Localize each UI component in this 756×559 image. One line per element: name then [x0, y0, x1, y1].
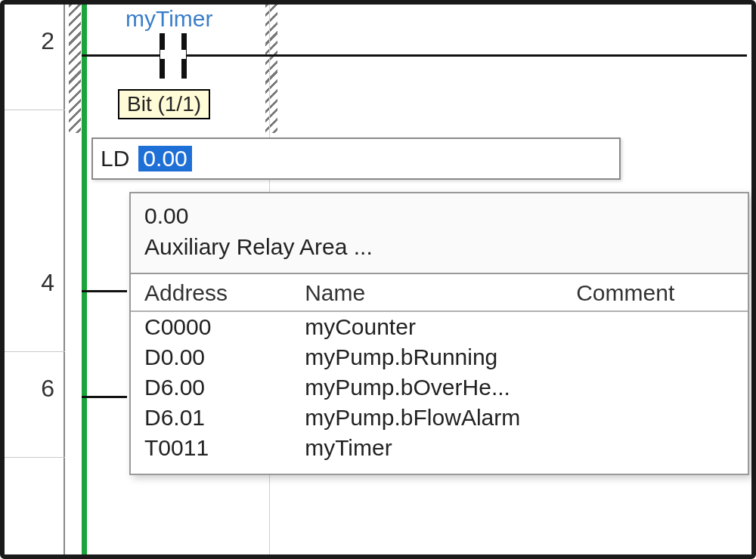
table-row[interactable]: C0000 myCounter: [131, 312, 748, 342]
bit-tooltip-text: Bit (1/1): [127, 92, 201, 116]
contact-gap: [160, 50, 186, 59]
table-row[interactable]: T0011 myTimer: [131, 433, 748, 463]
operand-input-row[interactable]: LD 0.00: [91, 137, 621, 180]
rung-number-gutter: 2 4 6: [5, 5, 65, 554]
cell-name: myPump.bFlowAlarm: [291, 403, 562, 433]
instruction-mnemonic: LD: [101, 146, 129, 171]
cell-comment: [562, 433, 748, 463]
column-header-address[interactable]: Address: [131, 274, 291, 311]
hatched-rail-mid: [265, 5, 277, 133]
column-header-name[interactable]: Name: [291, 274, 562, 311]
rung-wire: [82, 290, 127, 292]
address-suggestion-popup[interactable]: 0.00 Auxiliary Relay Area ... Address Na…: [129, 192, 749, 475]
bit-tooltip: Bit (1/1): [118, 89, 210, 119]
rung-number-label: 6: [41, 375, 54, 403]
table-row[interactable]: D6.01 myPump.bFlowAlarm: [131, 403, 748, 433]
cell-address: D0.00: [131, 342, 291, 372]
address-info-area: Auxiliary Relay Area ...: [144, 232, 734, 263]
contact-tag-label: myTimer: [125, 6, 213, 32]
rung-number: 4: [5, 246, 65, 352]
operand-value-selected[interactable]: 0.00: [138, 146, 191, 171]
rung-number: 2: [5, 5, 65, 110]
hatched-rail-left: [69, 5, 81, 133]
cell-address: D6.00: [131, 372, 291, 403]
cell-name: myCounter: [291, 312, 562, 342]
address-info-panel: 0.00 Auxiliary Relay Area ...: [131, 193, 748, 274]
cell-address: C0000: [131, 312, 291, 342]
column-header-comment[interactable]: Comment: [562, 274, 748, 311]
cell-name: myPump.bRunning: [291, 342, 562, 372]
cell-address: T0011: [131, 433, 291, 463]
address-info-address: 0.00: [144, 201, 734, 232]
cell-name: myPump.bOverHe...: [291, 372, 562, 403]
bus-bar: [82, 5, 87, 554]
rung-wire: [82, 396, 127, 398]
table-row[interactable]: D0.00 myPump.bRunning: [131, 342, 748, 372]
address-table: Address Name Comment C0000 myCounter D0.…: [131, 274, 748, 474]
rung-number-label: 2: [41, 27, 54, 55]
rung-number-label: 4: [41, 269, 54, 297]
cell-name: myTimer: [291, 433, 562, 463]
cell-address: D6.01: [131, 403, 291, 433]
table-row[interactable]: D6.00 myPump.bOverHe...: [131, 372, 748, 403]
rung-number: 6: [5, 352, 65, 458]
ladder-editor-frame: 2 4 6 myTimer Bit (1/1) LD 0.00 0.00 Aux…: [0, 0, 756, 559]
cell-comment: [562, 312, 748, 342]
cell-comment: [562, 342, 748, 372]
cell-comment: [562, 403, 748, 433]
cell-comment: [562, 372, 748, 403]
